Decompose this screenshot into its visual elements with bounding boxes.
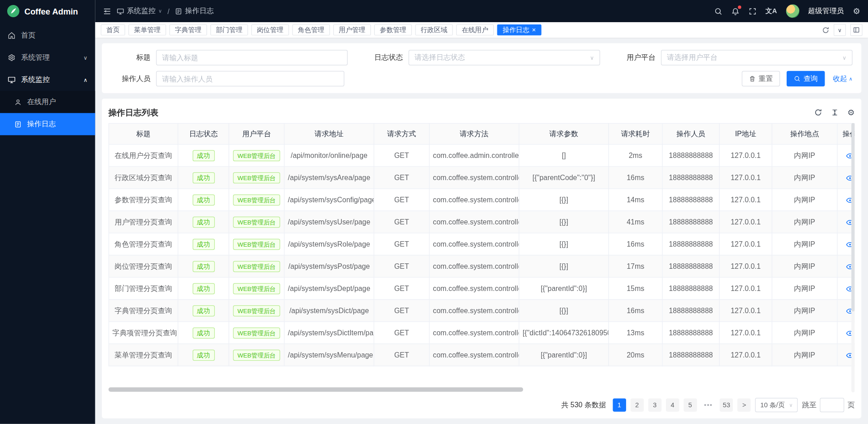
cell-ip: 127.0.0.1 (719, 167, 772, 189)
sidebar-item-system-monitor[interactable]: 系统监控 ∧ (0, 69, 95, 91)
breadcrumb-label: 操作日志 (185, 6, 214, 16)
page-button-1[interactable]: 1 (613, 398, 626, 411)
home-icon (8, 32, 15, 39)
collapse-filter-link[interactable]: 收起 ∧ (833, 74, 853, 84)
chevron-down-icon: ∨ (590, 55, 594, 61)
page-button-2[interactable]: 2 (630, 398, 643, 411)
avatar[interactable] (786, 5, 799, 18)
fullscreen-icon[interactable] (748, 7, 756, 15)
page-button-53[interactable]: 53 (720, 398, 733, 411)
tab-菜单管理[interactable]: 菜单管理 (128, 24, 166, 35)
cell-duration: 15ms (609, 277, 662, 300)
user-platform-select[interactable]: 请选择用户平台 ∨ (661, 50, 853, 65)
horizontal-scrollbar-thumb[interactable] (108, 387, 523, 392)
table-row: 菜单管理分页查询成功WEB管理后台/api/system/sysMenu/pag… (109, 344, 855, 366)
cell-handler: com.coffee.system.controlle... (429, 233, 519, 255)
cell-platform: WEB管理后台 (229, 211, 284, 233)
cell-location: 内网IP (772, 189, 837, 211)
tab-label: 行政区域 (421, 25, 448, 35)
page-button-5[interactable]: 5 (684, 398, 697, 411)
settings-gear-icon[interactable]: ⚙ (853, 6, 860, 16)
platform-tag: WEB管理后台 (233, 305, 280, 316)
cell-title: 字典项管理分页查询 (109, 322, 178, 344)
filter-actions: 重置 查询 收起 ∧ (742, 71, 852, 86)
cell-ip: 127.0.0.1 (719, 144, 772, 167)
log-status-select[interactable]: 请选择日志状态 ∨ (409, 50, 600, 65)
cell-platform: WEB管理后台 (229, 322, 284, 344)
cell-method: GET (374, 300, 429, 322)
page-ellipsis[interactable]: ••• (701, 398, 715, 411)
platform-tag: WEB管理后台 (233, 238, 280, 249)
page-size-value: 10 条/页 (760, 400, 785, 410)
jump-page-input[interactable] (820, 398, 844, 412)
status-tag: 成功 (193, 349, 215, 360)
translate-icon[interactable]: 文A (765, 6, 777, 16)
gear-icon (8, 54, 15, 62)
tab-actions-dropdown[interactable]: ∨ (834, 24, 846, 36)
query-button[interactable]: 查询 (787, 71, 825, 86)
cell-platform: WEB管理后台 (229, 255, 284, 277)
tab-字典管理[interactable]: 字典管理 (170, 24, 207, 35)
cell-duration: 16ms (609, 167, 662, 189)
tab-行政区域[interactable]: 行政区域 (415, 24, 453, 35)
cell-url: /api/system/sysRole/page (284, 233, 374, 255)
cell-duration: 20ms (609, 344, 662, 366)
cell-duration: 16ms (609, 300, 662, 322)
cell-operator: 18888888888 (662, 144, 719, 167)
cell-title: 行政区域分页查询 (109, 167, 178, 189)
sidebar-item-operation-log[interactable]: 操作日志 (0, 113, 95, 135)
title-input[interactable] (156, 50, 348, 65)
next-page-button[interactable]: > (737, 398, 750, 411)
tab-部门管理[interactable]: 部门管理 (210, 24, 248, 35)
cell-url: /api/system/sysPost/page (284, 255, 374, 277)
tab-角色管理[interactable]: 角色管理 (292, 24, 330, 35)
platform-tag: WEB管理后台 (233, 216, 280, 227)
notification-bell-icon[interactable] (731, 7, 739, 15)
layout-setting-icon[interactable] (850, 24, 863, 36)
cell-platform: WEB管理后台 (229, 300, 284, 322)
reset-button[interactable]: 重置 (742, 71, 780, 86)
vertical-scrollbar-thumb[interactable] (851, 123, 854, 312)
cell-method: GET (374, 322, 429, 344)
cell-ip: 127.0.0.1 (719, 211, 772, 233)
page-size-select[interactable]: 10 条/页 ∨ (755, 398, 798, 412)
status-tag: 成功 (193, 261, 215, 272)
tab-首页[interactable]: 首页 (101, 24, 125, 35)
search-icon[interactable] (714, 7, 722, 15)
page-button-3[interactable]: 3 (648, 398, 661, 411)
breadcrumb-monitor[interactable]: 系统监控 ∨ (117, 6, 162, 16)
cell-location: 内网IP (772, 277, 837, 300)
cell-duration: 13ms (609, 322, 662, 344)
operator-input[interactable] (156, 71, 344, 86)
tab-用户管理[interactable]: 用户管理 (333, 24, 371, 35)
column-header: 请求方式 (374, 123, 429, 144)
tab-在线用户[interactable]: 在线用户 (456, 24, 494, 35)
menu-fold-icon[interactable] (103, 7, 111, 15)
tab-参数管理[interactable]: 参数管理 (374, 24, 412, 35)
row-height-icon[interactable] (830, 109, 838, 116)
cell-status: 成功 (178, 167, 229, 189)
cell-url: /api/system/sysDict/page (284, 300, 374, 322)
sidebar-menu: 首页 系统管理 ∨ 系统监控 ∧ 在线用户 操作日志 (0, 24, 95, 135)
cell-method: GET (374, 255, 429, 277)
cell-params: [] (519, 144, 609, 167)
refresh-icon[interactable] (822, 26, 829, 33)
sidebar-item-online-users[interactable]: 在线用户 (0, 91, 95, 113)
cell-duration: 14ms (609, 189, 662, 211)
cell-method: GET (374, 233, 429, 255)
column-settings-gear-icon[interactable]: ⚙ (847, 108, 854, 118)
sidebar-item-label: 在线用户 (27, 97, 56, 107)
refresh-icon[interactable] (814, 109, 822, 116)
log-list-card: 操作日志列表 ⚙ (102, 99, 861, 419)
sidebar-item-system-management[interactable]: 系统管理 ∨ (0, 47, 95, 69)
sidebar-item-home[interactable]: 首页 (0, 24, 95, 47)
tab-岗位管理[interactable]: 岗位管理 (251, 24, 289, 35)
page-button-4[interactable]: 4 (666, 398, 679, 411)
tab-操作日志[interactable]: 操作日志× (497, 24, 542, 35)
cell-url: /api/monitor/online/page (284, 144, 374, 167)
cell-status: 成功 (178, 211, 229, 233)
table-row: 岗位管理分页查询成功WEB管理后台/api/system/sysPost/pag… (109, 255, 855, 277)
tab-close-icon[interactable]: × (532, 27, 536, 33)
cell-method: GET (374, 277, 429, 300)
current-user-name[interactable]: 超级管理员 (808, 6, 844, 16)
